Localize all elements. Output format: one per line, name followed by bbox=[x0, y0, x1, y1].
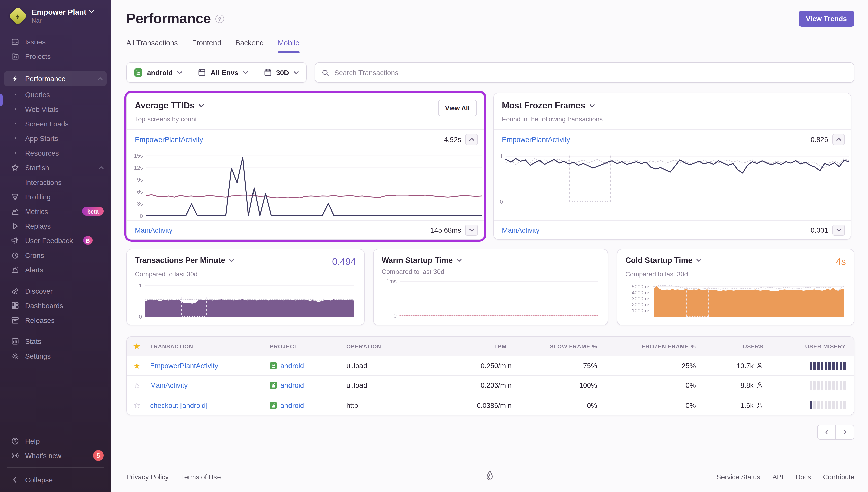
sidebar-item-interactions[interactable]: Interactions bbox=[0, 175, 111, 189]
project-link[interactable]: android bbox=[280, 381, 304, 389]
view-trends-button[interactable]: View Trends bbox=[798, 10, 854, 27]
sidebar-item-crons[interactable]: Crons bbox=[0, 248, 111, 262]
view-all-button[interactable]: View All bbox=[438, 100, 477, 116]
expand-row-button[interactable] bbox=[465, 224, 478, 236]
sidebar-item-whats-new[interactable]: What's new 5 bbox=[0, 448, 111, 463]
tpm-cell: 0.250/min bbox=[426, 362, 515, 370]
terms-of-use-link[interactable]: Terms of Use bbox=[181, 473, 221, 481]
tab-frontend[interactable]: Frontend bbox=[192, 39, 221, 53]
sidebar-item-discover[interactable]: Discover bbox=[0, 284, 111, 298]
star-filled-icon[interactable]: ★ bbox=[127, 361, 150, 370]
sidebar-item-app-starts[interactable]: App Starts bbox=[0, 131, 111, 146]
sidebar-item-performance[interactable]: Performance bbox=[4, 71, 107, 86]
sidebar-item-screen-loads[interactable]: Screen Loads bbox=[0, 116, 111, 131]
active-nav-indicator bbox=[0, 94, 2, 106]
sidebar-item-help[interactable]: Help bbox=[0, 434, 111, 448]
previous-page-button[interactable] bbox=[817, 424, 836, 440]
sidebar-item-stats[interactable]: Stats bbox=[0, 334, 111, 348]
sidebar-item-user-feedback[interactable]: User Feedback B bbox=[0, 233, 111, 248]
project-filter[interactable]: android bbox=[127, 63, 190, 82]
sidebar-item-settings[interactable]: Settings bbox=[0, 348, 111, 363]
tab-mobile[interactable]: Mobile bbox=[278, 39, 299, 53]
collapse-row-button[interactable] bbox=[465, 134, 478, 145]
tpm-cell: 0.0386/min bbox=[426, 401, 515, 409]
project-link[interactable]: android bbox=[280, 401, 304, 409]
sidebar-item-issues[interactable]: Issues bbox=[0, 34, 111, 49]
page-filter-bar: android All Envs 30D bbox=[126, 63, 307, 82]
cold-card-title-dropdown[interactable]: Cold Startup Time bbox=[625, 256, 701, 265]
ttid-card-title-dropdown[interactable]: Average TTIDs bbox=[135, 101, 476, 111]
chevron-down-icon bbox=[294, 71, 299, 74]
ttid-value: 145.68ms bbox=[430, 226, 461, 234]
chevron-up-icon bbox=[98, 77, 103, 80]
user-misery-cell bbox=[766, 381, 854, 390]
api-link[interactable]: API bbox=[772, 473, 784, 481]
col-transaction[interactable]: TRANSACTION bbox=[150, 343, 270, 349]
transaction-link[interactable]: MainActivity bbox=[502, 226, 539, 234]
transaction-link[interactable]: EmpowerPlantActivity bbox=[502, 135, 570, 143]
transaction-link[interactable]: MainActivity bbox=[135, 226, 173, 234]
svg-text:3000ms: 3000ms bbox=[632, 296, 650, 301]
sidebar-item-metrics[interactable]: Metrics beta bbox=[0, 204, 111, 219]
contribute-link[interactable]: Contribute bbox=[823, 473, 854, 481]
transaction-link[interactable]: EmpowerPlantActivity bbox=[150, 362, 218, 370]
col-slow-frame[interactable]: SLOW FRAME % bbox=[515, 343, 600, 349]
col-tpm-sorted[interactable]: TPM ↓ bbox=[426, 343, 515, 349]
sidebar-item-queries[interactable]: Queries bbox=[0, 87, 111, 102]
col-frozen-frame[interactable]: FROZEN FRAME % bbox=[600, 343, 699, 349]
sidebar-item-profiling[interactable]: Profiling bbox=[0, 189, 111, 204]
sidebar-collapse-button[interactable]: Collapse bbox=[0, 472, 111, 487]
transaction-link[interactable]: EmpowerPlantActivity bbox=[135, 135, 203, 143]
sidebar-item-releases[interactable]: Releases bbox=[0, 313, 111, 327]
collapse-row-button[interactable] bbox=[832, 134, 845, 145]
privacy-policy-link[interactable]: Privacy Policy bbox=[126, 473, 169, 481]
sidebar-item-resources[interactable]: Resources bbox=[0, 146, 111, 160]
tab-all-transactions[interactable]: All Transactions bbox=[126, 39, 178, 53]
next-page-button[interactable] bbox=[836, 424, 854, 440]
bullet-icon bbox=[11, 94, 19, 95]
gear-icon bbox=[11, 352, 19, 360]
col-user-misery[interactable]: USER MISERY bbox=[766, 343, 854, 349]
warm-startup-chart: 1ms0 bbox=[382, 278, 599, 320]
tpm-card-title-dropdown[interactable]: Transactions Per Minute bbox=[135, 256, 234, 265]
sidebar-item-starfish[interactable]: Starfish bbox=[0, 160, 111, 175]
col-operation[interactable]: OPERATION bbox=[347, 343, 426, 349]
sidebar-item-dashboards[interactable]: Dashboards bbox=[0, 298, 111, 313]
project-link[interactable]: android bbox=[280, 362, 304, 370]
user-misery-cell bbox=[766, 401, 854, 410]
star-column-header[interactable]: ★ bbox=[127, 342, 150, 351]
search-input[interactable] bbox=[334, 69, 847, 77]
search-icon bbox=[322, 69, 329, 76]
sidebar-item-replays[interactable]: Replays bbox=[0, 219, 111, 233]
transaction-link[interactable]: MainActivity bbox=[150, 381, 187, 389]
expand-row-button[interactable] bbox=[832, 224, 845, 236]
svg-text:6s: 6s bbox=[137, 189, 143, 195]
docs-link[interactable]: Docs bbox=[795, 473, 811, 481]
svg-text:12s: 12s bbox=[134, 165, 143, 171]
transactions-per-minute-card: Transactions Per Minute 0.494 Compared t… bbox=[126, 249, 364, 325]
sidebar-item-alerts[interactable]: Alerts bbox=[0, 262, 111, 277]
inbox-icon bbox=[11, 38, 19, 46]
frozen-card-title-dropdown[interactable]: Most Frozen Frames bbox=[502, 101, 843, 111]
service-status-link[interactable]: Service Status bbox=[716, 473, 760, 481]
user-misery-bars bbox=[809, 401, 846, 410]
svg-text:0: 0 bbox=[500, 199, 503, 205]
tab-backend[interactable]: Backend bbox=[235, 39, 264, 53]
bullet-icon bbox=[11, 152, 19, 154]
warm-card-title-dropdown[interactable]: Warm Startup Time bbox=[382, 256, 462, 265]
transaction-link[interactable]: checkout [android] bbox=[150, 401, 208, 409]
col-project[interactable]: PROJECT bbox=[270, 343, 347, 349]
sidebar-item-projects[interactable]: Projects bbox=[0, 49, 111, 64]
help-icon[interactable]: ? bbox=[215, 15, 224, 23]
svg-text:9s: 9s bbox=[137, 176, 143, 183]
star-outline-icon[interactable]: ☆ bbox=[127, 400, 150, 410]
star-outline-icon[interactable]: ☆ bbox=[127, 380, 150, 390]
environment-filter[interactable]: All Envs bbox=[190, 63, 256, 82]
operation-cell: ui.load bbox=[347, 381, 426, 389]
sidebar-item-web-vitals[interactable]: Web Vitals bbox=[0, 102, 111, 116]
date-range-filter[interactable]: 30D bbox=[256, 63, 306, 82]
col-users[interactable]: USERS bbox=[699, 343, 766, 349]
user-icon bbox=[756, 362, 763, 369]
frozen-frame-cell: 0% bbox=[600, 381, 699, 389]
org-switcher[interactable]: Empower Plant Nar bbox=[0, 0, 111, 28]
